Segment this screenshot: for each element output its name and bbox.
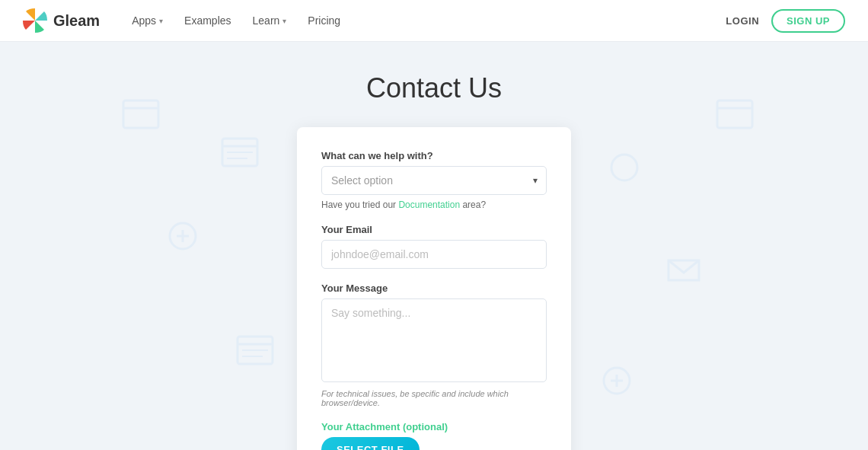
message-label: Your Message	[321, 282, 547, 294]
nav-item-apps[interactable]: Apps ▾	[123, 10, 172, 31]
logo[interactable]: Gleam	[23, 8, 100, 33]
email-input[interactable]	[321, 240, 547, 269]
logo-icon	[23, 8, 47, 33]
help-label: What can we help with?	[321, 150, 547, 161]
signup-button[interactable]: SIGN UP	[771, 9, 845, 33]
documentation-link[interactable]: Documentation	[398, 199, 460, 210]
apps-chevron-icon: ▾	[159, 17, 163, 25]
message-field-group: Your Message For technical issues, be sp…	[321, 282, 547, 407]
attachment-label: Your Attachment (optional)	[321, 421, 547, 432]
select-wrapper: Select option General Inquiry Billing Te…	[321, 166, 547, 195]
doc-hint: Have you tried our Documentation area?	[321, 199, 547, 210]
logo-text: Gleam	[53, 12, 100, 30]
nav-item-pricing[interactable]: Pricing	[298, 10, 349, 31]
learn-chevron-icon: ▾	[282, 17, 286, 25]
header: Gleam Apps ▾ Examples Learn ▾ Pricing LO…	[0, 0, 868, 42]
message-textarea[interactable]	[321, 298, 547, 382]
main-content: Contact Us What can we help with? Select…	[0, 42, 868, 450]
email-label: Your Email	[321, 224, 547, 235]
login-button[interactable]: LOGIN	[726, 15, 759, 27]
nav-item-learn[interactable]: Learn ▾	[244, 10, 296, 31]
select-file-button[interactable]: SELECT FILE	[321, 437, 420, 450]
page-title: Contact Us	[366, 72, 502, 104]
email-field-group: Your Email	[321, 224, 547, 269]
help-field-group: What can we help with? Select option Gen…	[321, 150, 547, 210]
main-nav: Apps ▾ Examples Learn ▾ Pricing	[123, 10, 726, 31]
attachment-field-group: Your Attachment (optional) SELECT FILE I…	[321, 421, 547, 450]
tech-hint: For technical issues, be specific and in…	[321, 389, 547, 407]
contact-form-card: What can we help with? Select option Gen…	[297, 127, 571, 450]
nav-item-examples[interactable]: Examples	[175, 10, 240, 31]
help-select[interactable]: Select option General Inquiry Billing Te…	[321, 166, 547, 195]
header-right: LOGIN SIGN UP	[726, 9, 845, 33]
